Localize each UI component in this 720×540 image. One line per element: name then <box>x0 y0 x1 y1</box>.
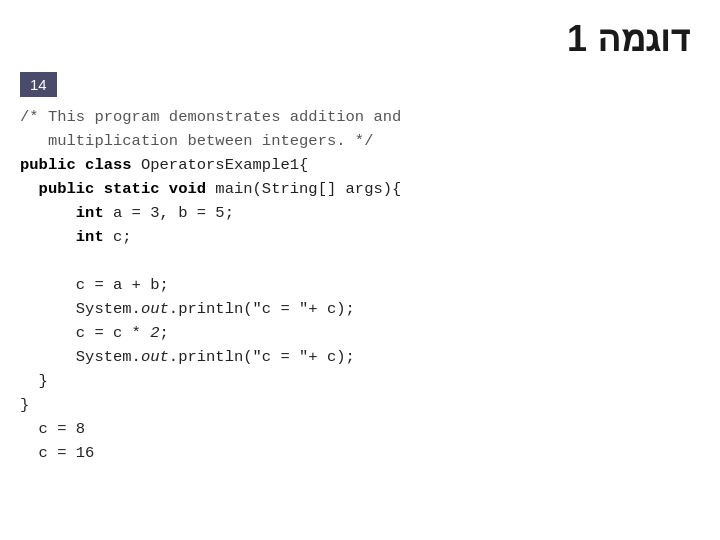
slide-title: דוגמה 1 <box>0 0 720 70</box>
code-line-1: /* This program demonstrates addition an… <box>20 105 690 129</box>
code-line-15: c = 16 <box>20 441 690 465</box>
code-line-6: int c; <box>20 225 690 249</box>
content-area: /* This program demonstrates addition an… <box>0 105 720 465</box>
code-line-7 <box>20 249 690 273</box>
code-line-9: System.out.println("c = "+ c); <box>20 297 690 321</box>
code-line-4: public static void main(String[] args){ <box>20 177 690 201</box>
code-line-13: } <box>20 393 690 417</box>
content-row: 14 <box>0 72 720 103</box>
code-line-5: int a = 3, b = 5; <box>20 201 690 225</box>
code-line-14: c = 8 <box>20 417 690 441</box>
code-block: /* This program demonstrates addition an… <box>20 105 690 465</box>
code-line-8: c = a + b; <box>20 273 690 297</box>
slide-number-bar: 14 <box>20 72 57 97</box>
code-line-2: multiplication between integers. */ <box>20 129 690 153</box>
code-line-11: System.out.println("c = "+ c); <box>20 345 690 369</box>
code-line-12: } <box>20 369 690 393</box>
code-line-10: c = c * 2; <box>20 321 690 345</box>
code-line-3: public class OperatorsExample1{ <box>20 153 690 177</box>
